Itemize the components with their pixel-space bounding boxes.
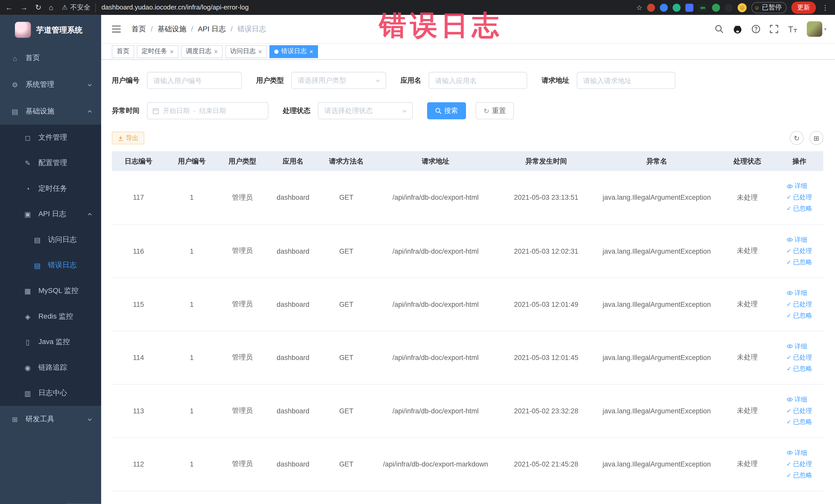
mark-ignored-link[interactable]: ✓ 已忽略 <box>787 258 812 266</box>
sidebar-item-mysql-monitor[interactable]: ▦ MySQL 监控 <box>0 278 101 304</box>
sidebar-item-label: 基础设施 <box>26 106 55 116</box>
cell-request-url: /api/infra/db-doc/export-html <box>373 331 498 384</box>
close-icon[interactable]: × <box>258 48 262 55</box>
fullscreen-icon[interactable] <box>770 24 779 33</box>
extension-icon-on[interactable]: on <box>698 3 708 11</box>
sidebar-item-dev-tools[interactable]: ⊞ 研发工具 <box>0 406 101 432</box>
column-settings-button[interactable]: ⊞ <box>810 131 823 145</box>
extension-icon-4[interactable] <box>686 3 694 11</box>
search-button[interactable]: 搜索 <box>427 102 466 119</box>
security-indicator[interactable]: ⚠ 不安全 <box>62 3 96 12</box>
sidebar-item-system[interactable]: ⚙ 系统管理 <box>0 72 101 98</box>
cell-exception-name: java.lang.IllegalArgumentException <box>594 437 719 490</box>
user-id-input[interactable] <box>147 72 242 89</box>
github-icon[interactable] <box>733 24 742 34</box>
sidebar-item-label: 日志中心 <box>38 388 67 398</box>
help-icon[interactable] <box>752 24 760 33</box>
mark-processed-link[interactable]: ✓ 已处理 <box>787 459 812 468</box>
extension-icon-2[interactable] <box>660 3 668 11</box>
detail-link[interactable]: 详细 <box>787 288 807 297</box>
app-logo[interactable]: 芋道管理系统 <box>0 15 101 45</box>
bookmark-star-icon[interactable]: ☆ <box>636 3 642 11</box>
extension-icon-5[interactable] <box>712 3 720 11</box>
cell-actions: 详细 ✓ 已处理 ✓ 已忽略 <box>775 171 823 224</box>
sidebar-item-cron-job[interactable]: ◔ 定时任务 <box>0 176 101 202</box>
tab-label: 错误日志 <box>281 47 307 56</box>
sidebar-item-log-center[interactable]: ▥ 日志中心 <box>0 380 101 406</box>
mark-ignored-link[interactable]: ✓ 已忽略 <box>787 418 812 426</box>
reset-button[interactable]: ↻ 重置 <box>476 102 514 119</box>
breadcrumb-item-infra[interactable]: 基础设施 <box>158 24 186 34</box>
close-icon[interactable]: × <box>214 48 218 55</box>
sidebar-toggle-icon[interactable] <box>109 23 123 35</box>
browser-menu-icon[interactable]: ⋮ <box>821 3 830 11</box>
detail-link[interactable]: 详细 <box>787 448 807 457</box>
breadcrumb-item-api-log[interactable]: API 日志 <box>198 24 226 34</box>
error-log-table: 日志编号 用户编号 用户类型 应用名 请求方法名 请求地址 异常发生时间 异常名… <box>112 151 823 491</box>
mark-ignored-link[interactable]: ✓ 已忽略 <box>787 204 812 213</box>
mark-ignored-link[interactable]: ✓ 已忽略 <box>787 364 812 373</box>
detail-link[interactable]: 详细 <box>787 342 807 351</box>
breadcrumb-item-home[interactable]: 首页 <box>131 24 146 34</box>
user-type-select[interactable]: 请选择用户类型 <box>291 72 386 89</box>
reload-icon[interactable]: ↻ <box>35 4 41 11</box>
sidebar-item-java-monitor[interactable]: ▯ Java 监控 <box>0 329 101 355</box>
browser-update-button[interactable]: 更新 <box>791 1 816 14</box>
close-icon[interactable]: × <box>309 48 313 55</box>
tab-cron-job[interactable]: 定时任务 × <box>137 45 178 58</box>
mark-ignored-link[interactable]: ✓ 已忽略 <box>787 311 812 320</box>
table-row: 115 1 管理员 dashboard GET /api/infra/db-do… <box>112 278 823 331</box>
back-icon[interactable]: ← <box>5 4 13 11</box>
tab-home[interactable]: 首页 <box>112 45 134 58</box>
sidebar-item-file-manage[interactable]: ◻ 文件管理 <box>0 124 101 150</box>
warning-icon: ⚠ <box>62 4 67 11</box>
tab-access-log[interactable]: 访问日志 × <box>225 45 267 58</box>
sidebar-item-access-log[interactable]: ▤ 访问日志 <box>0 227 101 253</box>
detail-link[interactable]: 详细 <box>787 395 807 404</box>
browser-profile-avatar[interactable]: ☺ <box>738 3 747 12</box>
mark-processed-link[interactable]: ✓ 已处理 <box>787 300 812 309</box>
address-bar[interactable]: dashboard.yudao.iocoder.cn/infra/log/api… <box>101 4 631 11</box>
cell-request-url: /api/infra/db-doc/export-markdown <box>373 437 498 490</box>
cell-exception-name: java.lang.IllegalArgumentException <box>594 331 719 384</box>
tab-schedule-log[interactable]: 调度日志 × <box>181 45 223 58</box>
tab-error-log[interactable]: 错误日志 × <box>269 45 318 58</box>
home-icon: ⌂ <box>11 54 19 62</box>
user-avatar[interactable]: ▾ <box>807 21 827 37</box>
extension-icon-1[interactable] <box>647 3 655 11</box>
font-size-icon[interactable] <box>788 25 798 33</box>
mark-processed-link[interactable]: ✓ 已处理 <box>787 193 812 202</box>
sidebar-item-error-log[interactable]: ▤ 错误日志 <box>0 253 101 278</box>
browser-home-icon[interactable]: ⌂ <box>49 4 54 11</box>
request-url-input[interactable] <box>577 72 675 89</box>
app-name-input[interactable] <box>429 72 527 89</box>
sidebar-item-redis-monitor[interactable]: ◈ Redis 监控 <box>0 304 101 329</box>
mark-ignored-link[interactable]: ✓ 已忽略 <box>787 471 812 480</box>
detail-link[interactable]: 详细 <box>787 182 807 191</box>
extension-icon-3[interactable] <box>673 3 681 11</box>
select-placeholder: 请选择处理状态 <box>324 106 373 116</box>
extension-icon-6[interactable] <box>725 3 733 11</box>
paused-badge[interactable]: ☺ 已暂停 <box>752 2 787 13</box>
sidebar-item-trace[interactable]: ◉ 链路追踪 <box>0 355 101 381</box>
sidebar-item-home[interactable]: ⌂ 首页 <box>0 45 101 72</box>
detail-link[interactable]: 详细 <box>787 235 807 244</box>
mark-processed-link[interactable]: ✓ 已处理 <box>787 246 812 256</box>
sidebar-item-infra[interactable]: ▤ 基础设施 <box>0 98 101 125</box>
process-status-select[interactable]: 请选择处理状态 <box>318 102 413 119</box>
mark-processed-link[interactable]: ✓ 已处理 <box>787 406 812 415</box>
refresh-button[interactable]: ↻ <box>790 131 804 145</box>
sidebar-item-config-manage[interactable]: ✎ 配置管理 <box>0 150 101 176</box>
col-actions: 操作 <box>775 151 823 171</box>
export-button[interactable]: 导出 <box>112 132 144 144</box>
sidebar-item-api-log[interactable]: ▣ API 日志 <box>0 201 101 227</box>
tab-label: 调度日志 <box>186 47 211 56</box>
mark-processed-link[interactable]: ✓ 已处理 <box>787 353 812 362</box>
forward-icon[interactable]: → <box>20 4 28 11</box>
sidebar-item-label: 研发工具 <box>26 415 55 424</box>
download-icon <box>118 135 124 141</box>
exception-time-range-picker[interactable]: 开始日期 - 结束日期 <box>147 102 268 119</box>
clock-icon: ◔ <box>23 185 32 193</box>
close-icon[interactable]: × <box>170 48 174 55</box>
search-icon[interactable] <box>715 24 724 33</box>
